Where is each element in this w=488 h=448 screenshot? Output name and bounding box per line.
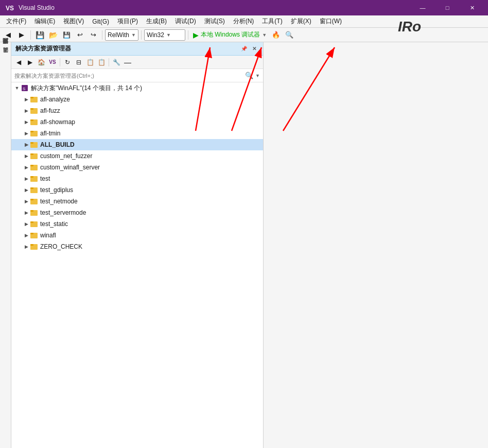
- svg-rect-19: [30, 153, 33, 155]
- project-chevron-icon: ▶: [23, 141, 30, 148]
- search-dropdown-icon[interactable]: ▼: [255, 73, 260, 78]
- se-home-btn[interactable]: 🏠: [36, 57, 46, 67]
- menu-window[interactable]: 窗口(W): [316, 16, 346, 27]
- tree-item[interactable]: ▶winafl: [11, 230, 263, 241]
- project-label: winafl: [40, 232, 56, 239]
- root-label: 解决方案"WinAFL"(14 个项目，共 14 个): [31, 84, 142, 93]
- forward-button[interactable]: ▶: [15, 29, 28, 41]
- project-label: test_servermode: [40, 209, 86, 216]
- tree-item[interactable]: ▶test_servermode: [11, 207, 263, 218]
- menu-build[interactable]: 生成(B): [142, 16, 171, 27]
- search-input[interactable]: [14, 73, 243, 79]
- project-label: afl-analyze: [40, 96, 70, 103]
- se-toolbar: ◀ ▶ 🏠 VS ↻ ⊟ 📋 📋 🔧 —: [11, 56, 263, 69]
- tree-item[interactable]: ▶afl-analyze: [11, 94, 263, 105]
- search-icon[interactable]: 🔍: [245, 72, 253, 79]
- menu-debug[interactable]: 调试(D): [171, 16, 200, 27]
- se-forward-btn[interactable]: ▶: [25, 57, 35, 67]
- run-button[interactable]: ▶ 本地 Windows 调试器 ▼: [191, 29, 269, 40]
- save-all-button[interactable]: 💾: [33, 29, 46, 41]
- sidebar-item-solution-explorer[interactable]: 解决方案资源管理器: [0, 44, 11, 53]
- tree-item[interactable]: ▶ZERO_CHECK: [11, 241, 263, 252]
- panel-title-bar: 解决方案资源管理器 📌 ✕: [11, 42, 263, 56]
- menu-analyze[interactable]: 分析(N): [229, 16, 258, 27]
- se-collapse-btn[interactable]: ⊟: [74, 57, 84, 67]
- menu-project[interactable]: 项目(P): [113, 16, 142, 27]
- se-sep2: [109, 58, 109, 66]
- sep4: [188, 30, 188, 40]
- run-icon: ▶: [193, 31, 199, 39]
- project-label: test_gdiplus: [40, 186, 73, 194]
- menu-extensions[interactable]: 扩展(X): [287, 16, 316, 27]
- project-chevron-icon: ▶: [23, 96, 30, 103]
- menu-test[interactable]: 测试(S): [200, 16, 229, 27]
- solution-tree: ▼ S 解决方案"WinAFL"(14 个项目，共 14 个) ▶afl-ana…: [11, 82, 263, 448]
- project-icon: [30, 197, 38, 205]
- panel-controls[interactable]: 📌 ✕: [239, 44, 259, 54]
- config-dropdown[interactable]: RelWith ▼: [105, 29, 138, 41]
- maximize-button[interactable]: □: [435, 0, 459, 15]
- tree-item[interactable]: ▶test_netmode: [11, 196, 263, 207]
- menu-git[interactable]: Git(G): [88, 17, 113, 26]
- se-sep1: [60, 58, 60, 66]
- tree-root[interactable]: ▼ S 解决方案"WinAFL"(14 个项目，共 14 个): [11, 82, 263, 94]
- tree-item[interactable]: ▶afl-fuzz: [11, 105, 263, 116]
- pin-button[interactable]: 📌: [239, 44, 249, 54]
- se-settings-btn[interactable]: 🔧: [111, 57, 121, 67]
- platform-dropdown[interactable]: Win32 ▼: [144, 29, 185, 41]
- project-icon: [30, 186, 38, 194]
- close-button[interactable]: ✕: [460, 0, 484, 15]
- project-chevron-icon: ▶: [23, 175, 30, 182]
- svg-rect-17: [30, 142, 33, 144]
- run-label: 本地 Windows 调试器: [201, 30, 260, 39]
- se-clipboard-btn[interactable]: 📋: [85, 57, 95, 67]
- project-icon: [30, 129, 38, 137]
- tree-item[interactable]: ▶ALL_BUILD: [11, 139, 263, 150]
- open-button[interactable]: 📂: [47, 29, 59, 41]
- tree-item[interactable]: ▶custom_winafl_server: [11, 162, 263, 173]
- menu-view[interactable]: 视图(V): [59, 16, 88, 27]
- menu-bar: 文件(F) 编辑(E) 视图(V) Git(G) 项目(P) 生成(B) 调试(…: [0, 15, 488, 28]
- se-search-bar: 🔍 ▼: [11, 69, 263, 82]
- svg-rect-9: [30, 97, 33, 98]
- se-clipboard2-btn[interactable]: 📋: [96, 57, 107, 67]
- fire-icon[interactable]: 🔥: [270, 29, 282, 41]
- svg-text:VS: VS: [6, 5, 14, 12]
- menu-tools[interactable]: 工具(T): [258, 16, 286, 27]
- project-chevron-icon: ▶: [23, 118, 30, 126]
- platform-value: Win32: [147, 31, 164, 39]
- project-icon: [30, 220, 38, 228]
- back-button[interactable]: ◀: [2, 29, 14, 41]
- project-label: ZERO_CHECK: [40, 243, 82, 250]
- window-controls[interactable]: — □ ✕: [411, 0, 484, 15]
- se-vs-btn[interactable]: VS: [47, 57, 58, 67]
- config-value: RelWith: [108, 31, 129, 39]
- save-button[interactable]: 💾: [60, 29, 73, 41]
- right-area: 输出 显示输出来源(S): 生成 ▼ 13>LINK : warning LNK…: [264, 42, 488, 448]
- menu-file[interactable]: 文件(F): [2, 16, 30, 27]
- panel-close-button[interactable]: ✕: [250, 44, 259, 54]
- svg-text:S: S: [23, 87, 25, 91]
- se-pin2-btn[interactable]: —: [123, 57, 133, 67]
- redo-button[interactable]: ↪: [87, 29, 99, 41]
- se-back-btn[interactable]: ◀: [13, 57, 24, 67]
- tree-item[interactable]: ▶afl-showmap: [11, 116, 263, 128]
- tree-item[interactable]: ▶custom_net_fuzzer: [11, 150, 263, 162]
- tree-item[interactable]: ▶test: [11, 173, 263, 184]
- undo-button[interactable]: ↩: [74, 29, 86, 41]
- se-refresh-btn[interactable]: ↻: [62, 57, 73, 67]
- search-toolbar-button[interactable]: 🔍: [283, 29, 295, 41]
- menu-edit[interactable]: 编辑(E): [30, 16, 59, 27]
- tree-item[interactable]: ▶test_static: [11, 218, 263, 230]
- tree-item[interactable]: ▶test_gdiplus: [11, 184, 263, 196]
- svg-rect-11: [30, 108, 33, 110]
- project-chevron-icon: ▶: [23, 186, 30, 194]
- project-icon: [30, 243, 38, 251]
- sidebar-item-tools[interactable]: 工源调器: [1, 53, 11, 61]
- sep2: [102, 30, 102, 40]
- project-chevron-icon: ▶: [23, 232, 30, 239]
- platform-arrow-icon: ▼: [166, 32, 171, 38]
- minimize-button[interactable]: —: [411, 0, 434, 15]
- svg-rect-13: [30, 119, 33, 121]
- tree-item[interactable]: ▶afl-tmin: [11, 128, 263, 139]
